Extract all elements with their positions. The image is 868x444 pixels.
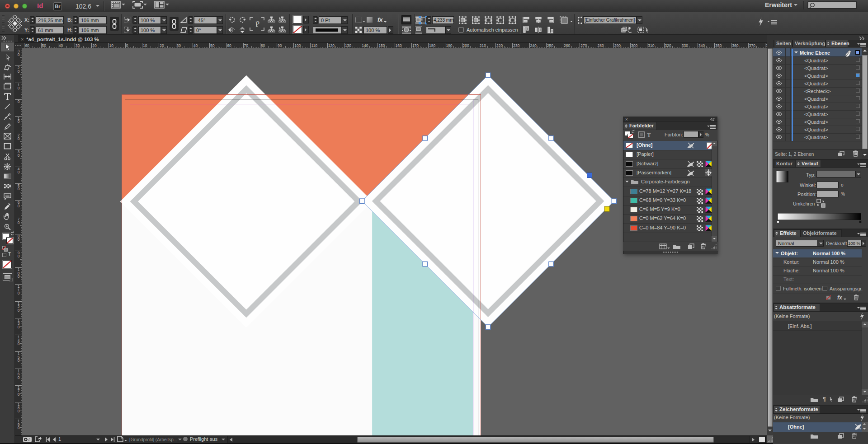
svg-text:P: P [254, 19, 261, 29]
